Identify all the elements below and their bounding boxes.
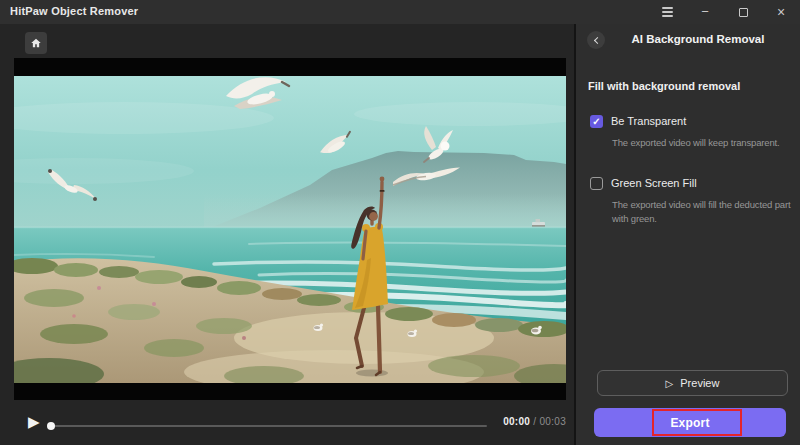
playhead-dot[interactable] [47, 422, 55, 430]
export-button[interactable]: Export [594, 408, 786, 437]
title-bar: HitPaw Object Remover − × [0, 0, 800, 24]
back-button[interactable] [587, 31, 605, 49]
sidebar-header: AI Background Removal [576, 30, 800, 50]
app-window: HitPaw Object Remover − × [0, 0, 800, 445]
export-label: Export [670, 416, 709, 430]
option-description: The exported video will fill the deducte… [612, 198, 798, 227]
play-button[interactable]: ▶ [28, 411, 48, 433]
option-label: Be Transparent [611, 115, 686, 128]
sidebar: AI Background Removal Fill with backgrou… [576, 24, 800, 445]
preview-label: Preview [680, 377, 719, 389]
checkbox-be-transparent[interactable]: ✓ [590, 115, 603, 128]
preview-button[interactable]: ▷ Preview [597, 370, 788, 396]
duration: 00:03 [539, 416, 566, 427]
option-description: The exported video will keep transparent… [612, 136, 798, 150]
minimize-icon[interactable]: − [698, 5, 712, 19]
current-time: 00:00 [503, 416, 530, 427]
video-scene [14, 76, 566, 383]
sidebar-title: AI Background Removal [606, 33, 790, 45]
checkbox-green-screen[interactable] [590, 177, 603, 190]
menu-icon[interactable] [660, 5, 674, 19]
play-outline-icon: ▷ [666, 378, 674, 389]
main-area: ▶ 00:00 / 00:03 [0, 24, 574, 445]
time-display: 00:00 / 00:03 [503, 416, 566, 427]
chevron-left-icon [593, 36, 600, 43]
progress-bar[interactable] [49, 425, 487, 427]
option-label: Green Screen Fill [611, 177, 697, 190]
section-heading: Fill with background removal [588, 80, 740, 92]
home-icon [30, 37, 42, 49]
window-controls: − × [660, 0, 788, 24]
maximize-icon[interactable] [736, 5, 750, 19]
home-button[interactable] [25, 32, 47, 54]
video-preview[interactable] [14, 58, 566, 400]
window-title: HitPaw Object Remover [10, 5, 138, 17]
close-icon[interactable]: × [774, 5, 788, 19]
